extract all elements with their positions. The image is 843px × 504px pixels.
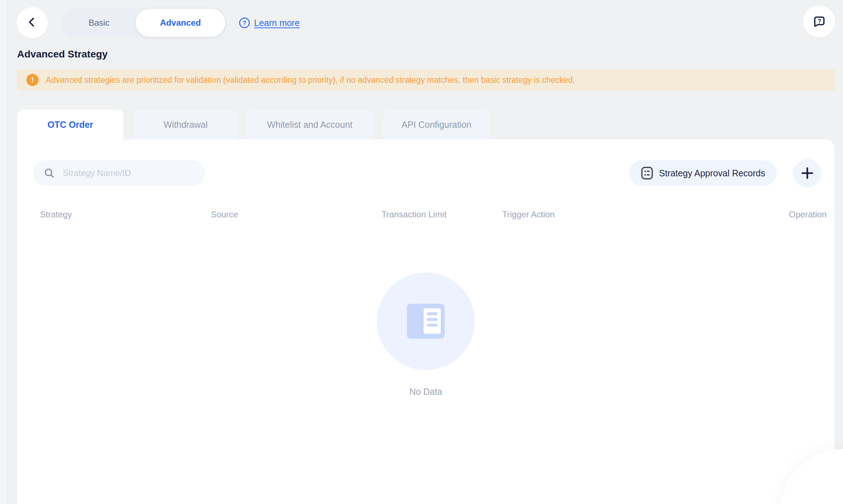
chevron-left-icon xyxy=(26,16,38,30)
question-circle-icon: ? xyxy=(238,17,251,29)
warning-banner-text: Advanced strategies are prioritized for … xyxy=(46,75,575,85)
column-header-trigger-action: Trigger Action xyxy=(502,210,555,220)
search-box[interactable] xyxy=(33,160,205,186)
learn-more-label: Learn more xyxy=(254,18,300,28)
search-icon xyxy=(44,167,55,179)
no-data-label: No Data xyxy=(17,387,834,397)
toggle-option-advanced[interactable]: Advanced xyxy=(136,9,225,37)
empty-state xyxy=(377,272,475,370)
strategy-approval-records-label: Strategy Approval Records xyxy=(659,168,765,178)
column-header-source: Source xyxy=(211,210,238,220)
help-button[interactable]: ? xyxy=(803,5,835,37)
svg-text:?: ? xyxy=(243,20,246,26)
mode-toggle: Basic Advanced xyxy=(61,7,227,39)
tab-api-configuration[interactable]: API Configuration xyxy=(383,110,490,140)
strategy-approval-records-button[interactable]: Strategy Approval Records xyxy=(629,160,777,186)
tab-whitelist-and-account[interactable]: Whitelist and Account xyxy=(246,110,373,140)
tab-withdrawal[interactable]: Withdrawal xyxy=(133,110,238,140)
back-button[interactable] xyxy=(16,7,48,39)
column-header-transaction-limit: Transaction Limit xyxy=(382,210,446,220)
table-header-row: Strategy Source Transaction Limit Trigge… xyxy=(17,206,834,223)
page-title: Advanced Strategy xyxy=(17,49,108,60)
content-card: Strategy Approval Records Strategy Sourc… xyxy=(17,140,834,504)
column-header-operation: Operation xyxy=(789,210,827,220)
document-icon xyxy=(407,304,445,339)
advanced-strategy-page: Basic Advanced ? Learn more ? Advanced S… xyxy=(0,0,843,504)
message-question-icon: ? xyxy=(811,13,827,30)
plus-icon xyxy=(800,166,814,180)
list-records-icon xyxy=(641,166,653,180)
tab-otc-order[interactable]: OTC Order xyxy=(17,110,123,140)
learn-more-link[interactable]: ? Learn more xyxy=(238,7,300,39)
alert-circle-icon: ! xyxy=(26,74,39,86)
toggle-option-basic[interactable]: Basic xyxy=(62,9,136,37)
add-strategy-button[interactable] xyxy=(793,159,822,187)
left-edge-strip xyxy=(0,0,7,504)
toolbar: Strategy Approval Records xyxy=(17,159,834,187)
search-input[interactable] xyxy=(62,168,185,178)
svg-text:?: ? xyxy=(818,18,821,24)
warning-banner: ! Advanced strategies are prioritized fo… xyxy=(17,69,835,91)
column-header-strategy: Strategy xyxy=(40,210,72,220)
